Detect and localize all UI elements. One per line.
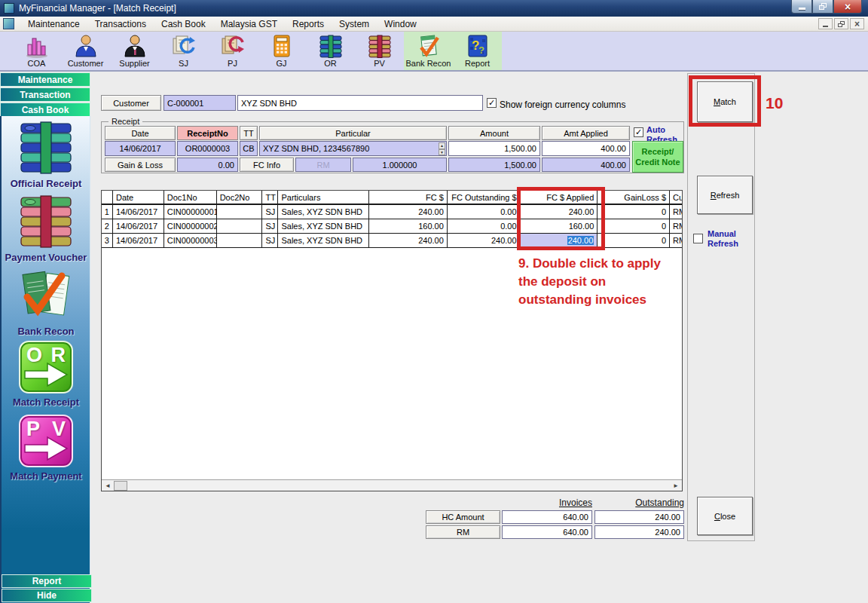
cell-gainloss: 0 [598, 219, 670, 233]
receipt-amt-applied-field[interactable]: 400.00 [542, 141, 630, 156]
customer-code-field[interactable]: C-000001 [164, 95, 236, 111]
menu-window[interactable]: Window [377, 17, 424, 32]
fc-columns-checkbox[interactable]: ✓ [487, 98, 497, 108]
mdi-minimize-button[interactable] [818, 18, 833, 29]
sidebar-section-cash-book[interactable]: Cash Book [0, 103, 90, 117]
menu-transactions[interactable]: Transactions [87, 17, 154, 32]
spin-down-icon[interactable]: ▼ [439, 149, 445, 156]
header-currency[interactable]: Currency [670, 191, 682, 204]
receipt-no-field[interactable]: OR0000003 [177, 141, 238, 156]
receipt-tt-field[interactable]: CB [240, 141, 258, 156]
menu-system[interactable]: System [332, 17, 377, 32]
sidebar-section-maintenance[interactable]: Maintenance [0, 72, 90, 87]
close-button[interactable]: Close [697, 497, 753, 535]
sidebar-item-match-payment[interactable]: P V Match Payment [2, 415, 90, 482]
minimize-button[interactable] [791, 0, 812, 14]
restore-button[interactable] [812, 0, 833, 14]
cell-currency: RM [670, 205, 682, 219]
toolbar-sj[interactable]: SJ [159, 32, 208, 70]
cell-particulars: Sales, XYZ SDN BHD [278, 205, 369, 219]
report-question-icon: ? ? [464, 33, 491, 59]
cell-fc: 240.00 [369, 205, 448, 219]
refresh-button[interactable]: Refresh [697, 176, 753, 214]
sidebar-hide-button[interactable]: Hide [2, 589, 92, 602]
sidebar-item-label: Match Receipt [2, 396, 90, 408]
scroll-right-icon[interactable]: ► [671, 481, 681, 491]
mdi-minimize-icon [823, 26, 828, 27]
toolbar-report-label: Report [465, 59, 490, 68]
mdi-close-icon: × [854, 20, 860, 29]
receipt-particular-field[interactable]: XYZ SDN BHD, 1234567890 ▲ ▼ [259, 141, 447, 156]
arrow-right-icon [23, 436, 69, 461]
toolbar-coa[interactable]: COA [12, 32, 61, 70]
sidebar-item-label: Official Receipt [2, 178, 90, 189]
sidebar: Maintenance Transaction Cash Book O [0, 72, 90, 603]
header-fc[interactable]: FC $ [369, 191, 448, 204]
manual-refresh-checkbox[interactable] [693, 234, 703, 243]
receipt-date-field[interactable]: 14/06/2017 [105, 141, 176, 156]
header-date[interactable]: Date [113, 191, 164, 204]
sidebar-item-payment-voucher[interactable]: Payment Voucher [2, 194, 90, 263]
header-gainloss[interactable]: GainLoss $ [598, 191, 670, 204]
sidebar-item-bank-recon[interactable]: Bank Recon [2, 268, 90, 337]
sidebar-section-transaction[interactable]: Transaction [0, 87, 90, 102]
horizontal-scrollbar[interactable]: ◄ ► [102, 479, 682, 491]
cell-rownum: 1 [102, 205, 113, 219]
scrollbar-thumb[interactable] [114, 481, 127, 491]
menu-malaysia-gst[interactable]: Malaysia GST [213, 17, 285, 32]
menu-cash-book[interactable]: Cash Book [154, 17, 213, 32]
document-check-icon [415, 33, 442, 59]
mdi-restore-icon [838, 21, 845, 27]
money-stack-blue-icon [317, 33, 344, 59]
sidebar-report-button[interactable]: Report [2, 574, 92, 588]
customer-button[interactable]: Customer [101, 95, 161, 111]
cell-doc2no [217, 219, 263, 233]
sidebar-item-match-receipt[interactable]: O R Match Receipt [2, 341, 90, 408]
particular-spinner[interactable]: ▲ ▼ [439, 142, 445, 155]
toolbar-gj[interactable]: GJ [257, 32, 306, 70]
menu-maintenance[interactable]: Maintenance [20, 17, 87, 32]
cell-doc1no: CIN00000001 [164, 205, 217, 219]
cell-tt: SJ [262, 234, 278, 247]
header-fc-outstanding[interactable]: FC Outstanding $ [448, 191, 521, 204]
restore-icon [819, 3, 827, 10]
close-window-button[interactable]: × [833, 0, 862, 14]
spin-up-icon[interactable]: ▲ [439, 142, 445, 149]
mdi-restore-button[interactable] [834, 18, 848, 29]
rm-invoices-value: 640.00 [502, 525, 592, 539]
receipt-header-date: Date [105, 126, 176, 140]
toolbar-pj[interactable]: PJ [208, 32, 257, 70]
mdi-close-button[interactable]: × [850, 18, 864, 29]
cell-fc-outstanding: 240.00 [448, 234, 521, 247]
toolbar-supplier[interactable]: Supplier [110, 32, 159, 70]
outstanding-column-label: Outstanding [618, 497, 684, 508]
cell-date: 14/06/2017 [113, 219, 164, 233]
toolbar-report[interactable]: ? ? Report [453, 32, 502, 70]
header-doc1no[interactable]: Doc1No [164, 191, 217, 204]
hc-amount-invoices-value: 640.00 [502, 510, 592, 524]
toolbar-bank-recon[interactable]: Bank Recon [404, 32, 453, 70]
annotation-step-9: 9. Double click to apply the deposit on … [518, 255, 695, 309]
receipt-credit-note-button[interactable]: Receipt/ Credit Note [632, 141, 683, 173]
toolbar-customer[interactable]: Customer [61, 32, 110, 70]
cell-fc: 160.00 [369, 219, 448, 233]
mdi-child-icon[interactable] [3, 18, 14, 29]
gain-loss-value: 0.00 [177, 158, 238, 172]
app-window: MyFinancial Manager - [Match Receipt] × … [0, 0, 868, 603]
header-rownum[interactable] [102, 191, 113, 204]
scroll-left-icon[interactable]: ◄ [102, 481, 113, 491]
menu-reports[interactable]: Reports [285, 17, 332, 32]
cell-currency: RM [670, 219, 682, 233]
header-doc2no[interactable]: Doc2No [217, 191, 263, 204]
header-particulars[interactable]: Particulars [278, 191, 369, 204]
customer-name-field[interactable]: XYZ SDN BHD [237, 95, 483, 111]
toolbar-or[interactable]: OR [306, 32, 355, 70]
sidebar-item-official-receipt[interactable]: Official Receipt [2, 121, 90, 189]
cell-particulars: Sales, XYZ SDN BHD [278, 234, 369, 247]
toolbar-pv[interactable]: PV [355, 32, 404, 70]
header-tt[interactable]: TT [262, 191, 278, 204]
sidebar-item-label: Bank Recon [2, 326, 90, 337]
receipt-amount-field[interactable]: 1,500.00 [448, 141, 540, 156]
cell-tt: SJ [262, 219, 278, 233]
auto-refresh-checkbox[interactable]: ✓ [634, 127, 643, 137]
